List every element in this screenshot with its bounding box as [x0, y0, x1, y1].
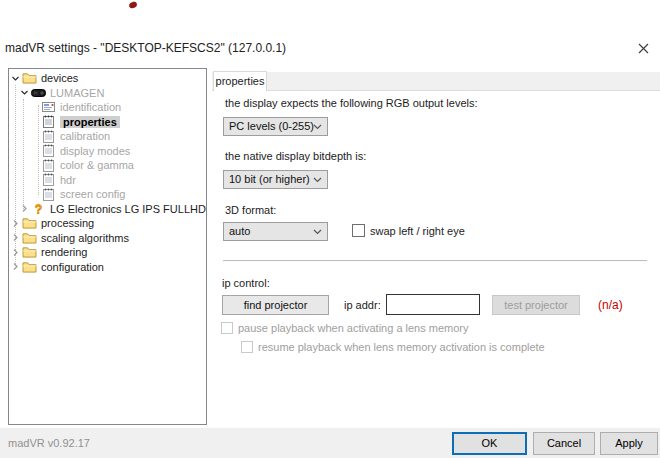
- bitdepth-select[interactable]: 10 bit (or higher): [223, 170, 328, 189]
- ip-control-label: ip control:: [222, 277, 270, 289]
- chevron-down-icon: [313, 124, 322, 130]
- swap-eyes-label: swap left / right eye: [370, 225, 465, 237]
- tree-item-calibration[interactable]: calibration: [9, 129, 206, 144]
- version-text: madVR v0.92.17: [8, 437, 90, 449]
- page-icon: [41, 130, 56, 143]
- folder-icon: [22, 72, 37, 85]
- tree-item-identification[interactable]: identification: [9, 100, 206, 115]
- tree-item-label: configuration: [41, 261, 104, 273]
- tree-item-devices[interactable]: devices: [9, 71, 206, 86]
- folder-icon: [22, 260, 37, 273]
- device-icon: [31, 86, 46, 99]
- folder-icon: [22, 246, 37, 259]
- page-icon: [41, 144, 56, 157]
- 3d-format-select[interactable]: auto: [223, 222, 328, 241]
- page-icon: [41, 173, 56, 186]
- page-icon: [41, 159, 56, 172]
- tree-item-label: color & gamma: [60, 159, 134, 171]
- 3d-format-value: auto: [229, 225, 250, 237]
- pause-playback-checkbox: [221, 322, 233, 334]
- page-icon: [41, 188, 56, 201]
- title-bar: madVR settings - "DESKTOP-KEFSCS2" (127.…: [0, 38, 660, 60]
- rgb-levels-label: the display expects the following RGB ou…: [225, 97, 478, 109]
- tree-item-color-gamma[interactable]: color & gamma: [9, 158, 206, 173]
- bitdepth-label: the native display bitdepth is:: [225, 150, 366, 162]
- tree-item-display-modes[interactable]: display modes: [9, 144, 206, 159]
- test-projector-button: test projector: [492, 295, 580, 315]
- chevron-right-icon[interactable]: [20, 204, 31, 214]
- chevron-down-icon[interactable]: [20, 88, 31, 98]
- tree-item-label: display modes: [60, 145, 130, 157]
- tree-item-configuration[interactable]: configuration: [9, 260, 206, 275]
- chevron-down-icon[interactable]: [11, 73, 22, 83]
- page-icon: [41, 115, 56, 128]
- cancel-button[interactable]: Cancel: [533, 432, 595, 455]
- red-ink-mark: [128, 1, 137, 9]
- tree-item-label: calibration: [60, 130, 110, 142]
- tree-item-hdr[interactable]: hdr: [9, 173, 206, 188]
- id-card-icon: [41, 101, 56, 114]
- tree-item-processing[interactable]: processing: [9, 216, 206, 231]
- resume-playback-checkbox: [241, 341, 253, 353]
- tree-item-label: processing: [41, 217, 94, 229]
- chevron-down-icon: [313, 229, 322, 235]
- tree-item-label: screen config: [60, 188, 125, 200]
- question-icon: ?: [31, 202, 46, 215]
- apply-button[interactable]: Apply: [600, 432, 658, 455]
- ok-button[interactable]: OK: [452, 432, 527, 455]
- tree-item-label: devices: [41, 72, 78, 84]
- tree-item-lumagen[interactable]: LUMAGEN: [9, 86, 206, 101]
- 3d-format-label: 3D format:: [225, 204, 276, 216]
- folder-icon: [22, 231, 37, 244]
- ip-addr-input[interactable]: [386, 294, 480, 315]
- close-button[interactable]: [630, 38, 656, 60]
- chevron-right-icon[interactable]: [11, 218, 22, 228]
- swap-eyes-checkbox[interactable]: [352, 224, 365, 237]
- tree-item-label: hdr: [60, 174, 76, 186]
- tree-item-label: properties: [60, 116, 120, 128]
- resume-playback-label: resume playback when lens memory activat…: [258, 341, 545, 353]
- settings-tree: devices LUMAGEN identification propertie…: [8, 68, 207, 425]
- pause-playback-label: pause playback when activating a lens me…: [238, 322, 469, 334]
- separator: [223, 260, 647, 262]
- close-icon: [638, 40, 649, 58]
- chevron-right-icon[interactable]: [11, 247, 22, 257]
- tab-properties[interactable]: properties: [213, 71, 267, 91]
- chevron-right-icon[interactable]: [11, 262, 22, 272]
- tree-item-scaling-algorithms[interactable]: scaling algorithms: [9, 231, 206, 246]
- tree-item-screen-config[interactable]: screen config: [9, 187, 206, 202]
- find-projector-button[interactable]: find projector: [222, 295, 329, 315]
- rgb-levels-value: PC levels (0-255): [229, 120, 314, 132]
- tree-item-label: LUMAGEN: [50, 87, 104, 99]
- rgb-levels-select[interactable]: PC levels (0-255): [223, 117, 328, 136]
- chevron-right-icon[interactable]: [11, 233, 22, 243]
- tree-item-label: rendering: [41, 246, 87, 258]
- tree-item-label: LG Electronics LG IPS FULLHD: [50, 203, 206, 215]
- na-status: (n/a): [598, 298, 623, 312]
- bitdepth-value: 10 bit (or higher): [229, 173, 310, 185]
- tree-item-properties[interactable]: properties: [9, 115, 206, 130]
- folder-icon: [22, 217, 37, 230]
- tree-item-label: identification: [60, 101, 121, 113]
- window-title: madVR settings - "DESKTOP-KEFSCS2" (127.…: [5, 41, 286, 55]
- tree-item-label: scaling algorithms: [41, 232, 129, 244]
- tab-strip: [212, 72, 660, 91]
- tree-item-rendering[interactable]: rendering: [9, 245, 206, 260]
- chevron-down-icon: [313, 177, 322, 183]
- tree-item-lg-electronics[interactable]: ? LG Electronics LG IPS FULLHD: [9, 202, 206, 217]
- ip-addr-label: ip addr:: [344, 299, 381, 311]
